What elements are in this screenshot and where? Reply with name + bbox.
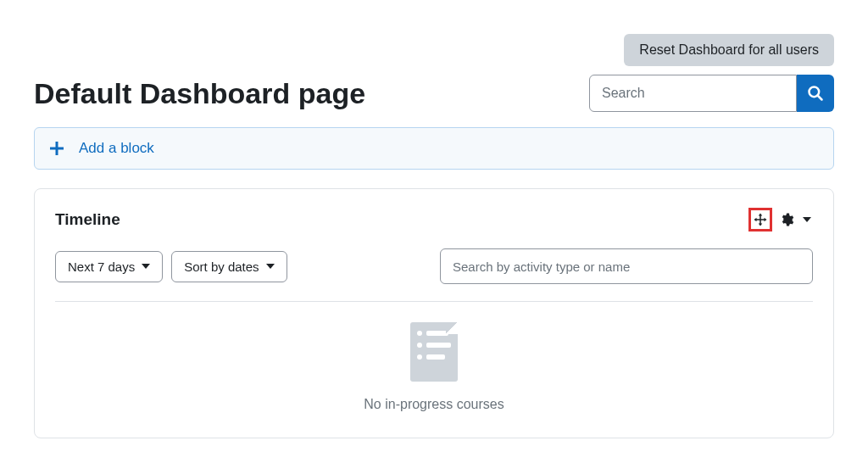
chevron-down-icon [266,264,275,269]
block-collapse-toggle[interactable] [801,215,813,224]
add-block-button[interactable]: Add a block [34,127,834,170]
chevron-down-icon [803,217,811,222]
search-button[interactable] [797,75,834,112]
timeline-search-input[interactable] [440,248,813,284]
plus-icon [50,142,64,155]
timeline-sort-dropdown[interactable]: Sort by dates [171,251,287,282]
move-block-handle[interactable] [748,208,772,232]
chevron-down-icon [142,264,150,269]
timeline-block: Timeline [34,188,834,438]
search-icon [807,85,824,102]
timeline-sort-label: Sort by dates [184,259,259,274]
page-title: Default Dashboard page [34,77,365,110]
global-search [589,75,834,112]
svg-rect-3 [50,148,64,150]
timeline-empty-text: No in-progress courses [364,397,504,412]
reset-dashboard-button[interactable]: Reset Dashboard for all users [624,34,834,66]
timeline-title: Timeline [55,210,120,229]
svg-line-1 [818,96,822,100]
move-icon [753,212,768,227]
divider [55,301,813,302]
svg-rect-9 [756,219,765,220]
block-settings-button[interactable] [777,210,796,229]
timeline-filter-label: Next 7 days [68,259,135,274]
timeline-filter-dropdown[interactable]: Next 7 days [55,251,163,282]
search-input[interactable] [589,75,797,112]
gear-icon [779,212,794,227]
add-block-label: Add a block [79,140,154,157]
timeline-empty-state: No in-progress courses [55,322,813,412]
document-icon [410,322,458,382]
